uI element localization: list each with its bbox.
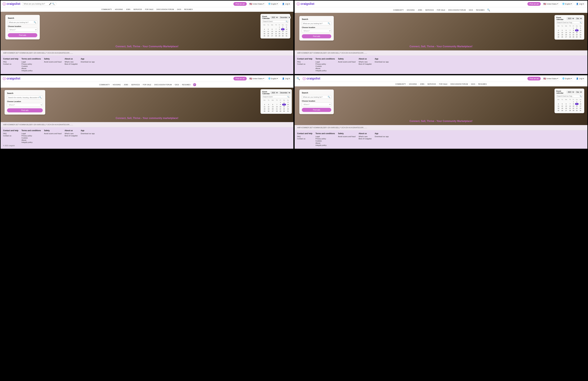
cal-day[interactable]: 17 bbox=[286, 106, 290, 108]
cal-day[interactable]: 25 bbox=[262, 35, 266, 37]
year-sel-p3[interactable]: 2023 bbox=[270, 91, 278, 94]
cal-day[interactable]: 26 bbox=[267, 110, 271, 112]
cal-day[interactable]: 29 bbox=[279, 110, 282, 112]
login-button-p2[interactable]: 👤 Log in bbox=[575, 2, 586, 6]
cal-day[interactable]: 21 bbox=[274, 33, 278, 35]
location-select-p4[interactable]: Where? bbox=[302, 103, 331, 106]
post-ad-button-p4[interactable]: Post an ad bbox=[527, 77, 541, 81]
nav-jobs-p3[interactable]: JOBS bbox=[123, 84, 129, 86]
nav-resumes-p3[interactable]: RESUMES bbox=[181, 84, 192, 86]
cal-day[interactable]: 28 bbox=[274, 35, 278, 37]
cal-day[interactable]: 1 bbox=[279, 101, 282, 104]
cal-day[interactable]: 19 bbox=[267, 108, 271, 110]
event-search-row[interactable]: 🔍 bbox=[262, 20, 288, 23]
location-select-p2[interactable]: Where? bbox=[302, 29, 331, 33]
cal-day[interactable]: 27 bbox=[564, 109, 568, 112]
cal-day[interactable]: 17 bbox=[285, 30, 288, 33]
cal-day[interactable]: 9 bbox=[281, 28, 285, 30]
cal-day[interactable]: 28 bbox=[568, 36, 572, 38]
cal-day[interactable]: 20 bbox=[564, 34, 568, 36]
cal-day[interactable]: 10 bbox=[579, 103, 582, 105]
cal-day[interactable]: 7 bbox=[275, 104, 279, 106]
cal-day[interactable]: 6 bbox=[270, 104, 275, 106]
cal-day[interactable]: 31 bbox=[579, 36, 582, 38]
cal-day[interactable]: 1 bbox=[572, 27, 575, 29]
logo-p4[interactable]: ☮ craigslist bbox=[302, 77, 320, 80]
cal-day[interactable]: 6 bbox=[270, 28, 274, 30]
cal-day[interactable] bbox=[564, 27, 568, 29]
cal-day[interactable]: 26 bbox=[560, 109, 564, 112]
event-search-input[interactable] bbox=[263, 21, 286, 22]
find-ads-btn-p2[interactable]: Find ads bbox=[302, 34, 331, 38]
footer-link[interactable]: Cookies bbox=[21, 65, 41, 67]
year-select[interactable]: 2023 bbox=[270, 16, 278, 19]
cal-day[interactable]: 21 bbox=[568, 34, 572, 36]
footer-link[interactable]: What's new bbox=[65, 61, 78, 63]
cal-day[interactable] bbox=[262, 101, 267, 104]
nav-housing-p2[interactable]: HOUSING bbox=[405, 9, 416, 11]
cal-day[interactable]: 6 bbox=[564, 103, 568, 105]
footer-link[interactable]: Legal bbox=[315, 136, 335, 137]
cal-day[interactable]: 30 bbox=[575, 109, 579, 112]
cal-day[interactable] bbox=[275, 101, 279, 104]
cal-day[interactable]: 26 bbox=[560, 36, 564, 38]
month-sel-p3[interactable]: December bbox=[279, 91, 291, 94]
footer-link[interactable]: Integrity policy bbox=[21, 70, 41, 72]
nav-services-p4[interactable]: SERVICES bbox=[426, 83, 437, 85]
widget-input-p3[interactable] bbox=[8, 97, 39, 98]
footer-link[interactable]: Download our app bbox=[81, 133, 95, 134]
cal-day[interactable]: 2 bbox=[282, 101, 286, 104]
nav-jobs[interactable]: JOBS bbox=[125, 8, 132, 10]
login-button[interactable]: 👤 Log in bbox=[281, 2, 292, 6]
cal-day[interactable] bbox=[568, 101, 572, 103]
widget-input-p4[interactable] bbox=[303, 96, 328, 98]
footer-link[interactable]: Integrity policy bbox=[21, 141, 41, 143]
nav-forsale-p3[interactable]: FOR SALE bbox=[142, 84, 152, 86]
cal-day[interactable]: 24 bbox=[286, 108, 290, 110]
cal-day[interactable]: 29 bbox=[278, 35, 281, 37]
nav-housing-p3[interactable]: HOUSING bbox=[111, 84, 122, 86]
nav-discussion-p3[interactable]: DISCUSSION FORUM bbox=[153, 84, 173, 86]
nav-community[interactable]: COMMUNITY bbox=[100, 8, 113, 10]
footer-link[interactable]: FAQ bbox=[3, 61, 18, 63]
cal-day[interactable]: 1 bbox=[572, 101, 575, 103]
cal-day[interactable]: 30 bbox=[575, 36, 579, 38]
cal-day[interactable]: 22 bbox=[278, 33, 281, 35]
widget-search-wrap[interactable]: 🔍 bbox=[8, 21, 37, 24]
cal-day[interactable]: 5 bbox=[267, 104, 271, 106]
footer-link[interactable]: Best of Craigslist bbox=[65, 135, 78, 137]
cal-search-p2[interactable]: 🔍 bbox=[556, 21, 582, 24]
footer-link[interactable]: Avoid scams and fraud bbox=[44, 133, 62, 134]
nav-jobs-p4[interactable]: JOBS bbox=[419, 83, 426, 85]
cal-search-input-p2[interactable] bbox=[557, 22, 580, 23]
mic-icon[interactable]: 🎤 bbox=[49, 3, 51, 5]
nav-services-p3[interactable]: SERVICES bbox=[130, 84, 141, 86]
footer-link[interactable]: Integrity policy bbox=[315, 144, 335, 146]
nav-resumes-p2[interactable]: RESUMES bbox=[475, 9, 486, 11]
post-ad-button-p3[interactable]: Post an ad bbox=[233, 77, 247, 81]
region-button[interactable]: 🇺🇸 United States ▾ bbox=[248, 2, 266, 6]
footer-link[interactable]: Contact us bbox=[3, 63, 18, 65]
nav-search-icon-p3[interactable]: 🔍 bbox=[193, 83, 196, 86]
cal-day[interactable]: 1 bbox=[278, 26, 281, 28]
footer-link[interactable]: Contact us bbox=[3, 135, 18, 137]
cal-day[interactable]: 7 bbox=[274, 28, 278, 30]
cal-day[interactable]: 27 bbox=[270, 110, 275, 112]
cal-day[interactable]: 10 bbox=[579, 29, 582, 31]
cal-day[interactable]: 29 bbox=[572, 109, 575, 112]
cal-day[interactable]: 18 bbox=[556, 34, 560, 36]
cal-day[interactable]: 25 bbox=[556, 36, 560, 38]
cal-day[interactable]: 3 bbox=[579, 27, 582, 29]
cal-day[interactable] bbox=[274, 26, 278, 28]
cal-day[interactable]: 17 bbox=[579, 105, 582, 107]
footer-link[interactable]: Legal bbox=[21, 133, 41, 134]
widget-input-wrap-p2[interactable]: 🔍 bbox=[302, 21, 331, 25]
footer-link[interactable]: Abuse bbox=[21, 139, 41, 141]
widget-wrap-p3[interactable]: 🔍 bbox=[7, 96, 43, 99]
footer-link[interactable]: Download our app bbox=[375, 61, 389, 63]
cal-day[interactable]: 11 bbox=[556, 105, 560, 107]
cal-day[interactable]: 31 bbox=[579, 109, 582, 112]
header-search-icon-p4[interactable]: 🔍 bbox=[296, 77, 300, 80]
cal-day[interactable]: 28 bbox=[275, 110, 279, 112]
cal-day[interactable]: 23 bbox=[282, 108, 286, 110]
